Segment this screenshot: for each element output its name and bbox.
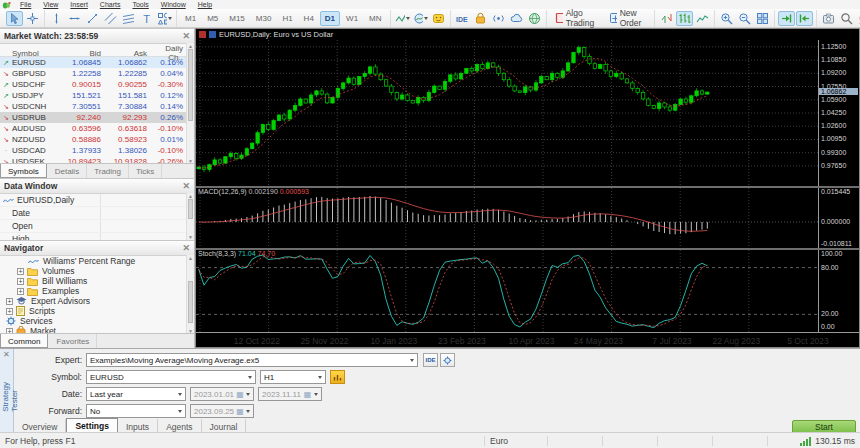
- date-from-field[interactable]: 2023.01.01▦: [190, 387, 254, 401]
- timeframe-m1-button[interactable]: M1: [180, 11, 201, 26]
- tester-tab-overview[interactable]: Overview: [14, 419, 66, 433]
- market-watch-row[interactable]: ↘USDCNH7.305517.308840.14%: [0, 101, 186, 112]
- market-watch-row[interactable]: ↗USDCHF0.900150.90255-0.30%: [0, 79, 186, 90]
- navigator-scrollbar[interactable]: ▲▼: [186, 255, 194, 334]
- algo-trading-button[interactable]: Algo Trading: [550, 11, 604, 26]
- market-watch-row[interactable]: ↘AUDUSD0.635960.63618-0.10%: [0, 123, 186, 134]
- horizontal-line-icon[interactable]: [66, 11, 83, 26]
- zoom-in-icon[interactable]: [718, 11, 735, 26]
- menu-view[interactable]: View: [37, 1, 64, 8]
- timeframe-mn-button[interactable]: MN: [364, 11, 386, 26]
- close-icon[interactable]: ✕: [182, 182, 190, 191]
- stochastic-pane[interactable]: Stoch(8,3,3) 71.04 74.70 100.0080.0020.0…: [196, 250, 859, 332]
- text-tool-icon[interactable]: T: [138, 11, 155, 26]
- expand-icon[interactable]: +: [6, 308, 13, 315]
- tab-symbols[interactable]: Symbols: [0, 164, 47, 178]
- market-watch-row[interactable]: ↗USDJPY151.521151.5810.12%: [0, 90, 186, 101]
- tester-tab-journal[interactable]: Journal: [202, 419, 247, 433]
- equidistant-channel-icon[interactable]: [120, 11, 137, 26]
- expert-select[interactable]: Examples\Moving Average\Moving Average.e…: [86, 353, 418, 367]
- navigator-item-examples[interactable]: +Examples: [0, 286, 194, 296]
- open-chart-button[interactable]: [330, 370, 345, 384]
- menu-file[interactable]: File: [14, 1, 37, 8]
- market-watch-row[interactable]: ↗EURUSD1.068451.068620.16%: [0, 57, 186, 68]
- navigator-item-scripts[interactable]: +Scripts: [0, 306, 194, 316]
- market-watch-row[interactable]: ↘NZDUSD0.588860.589230.01%: [0, 134, 186, 145]
- bar-chart-icon[interactable]: [676, 11, 693, 26]
- menu-insert[interactable]: Insert: [64, 1, 94, 8]
- crosshair-icon[interactable]: [24, 11, 41, 26]
- vps-icon[interactable]: [508, 11, 525, 26]
- menu-charts[interactable]: Charts: [94, 1, 127, 8]
- market-icon[interactable]: [472, 11, 489, 26]
- data-window-scrollbar[interactable]: ▲▼: [186, 193, 194, 240]
- cursor-icon[interactable]: [6, 11, 23, 26]
- tester-tab-inputs[interactable]: Inputs: [118, 419, 158, 433]
- expand-icon[interactable]: +: [6, 298, 13, 305]
- timeframe-w1-button[interactable]: W1: [341, 11, 363, 26]
- shapes-icon[interactable]: [156, 11, 173, 26]
- navigator-item-volumes[interactable]: +Volumes: [0, 266, 194, 276]
- expand-icon[interactable]: +: [17, 268, 24, 275]
- auto-scroll-icon[interactable]: [778, 11, 795, 26]
- tile-windows-icon[interactable]: [754, 11, 771, 26]
- navigator-item-expert-advisors[interactable]: +Expert Advisors: [0, 296, 194, 306]
- market-watch-row[interactable]: ·USDCAD1.379331.38026-0.10%: [0, 145, 186, 156]
- tab-ticks[interactable]: Ticks: [129, 164, 162, 178]
- timeframe-h4-button[interactable]: H4: [299, 11, 319, 26]
- community-icon[interactable]: [526, 11, 543, 26]
- close-icon[interactable]: ✕: [182, 244, 190, 253]
- date-to-field[interactable]: 2023.11.11▦: [258, 387, 322, 401]
- ide-button[interactable]: IDE: [423, 353, 438, 367]
- navigator-item-williams-percent-range[interactable]: Williams' Percent Range: [0, 256, 194, 266]
- col-ask[interactable]: Ask: [104, 49, 150, 58]
- navigator-item-bill-williams[interactable]: +Bill Williams: [0, 276, 194, 286]
- forward-date-field[interactable]: 2023.09.25▦: [190, 404, 254, 418]
- line-chart-icon[interactable]: [694, 11, 711, 26]
- close-icon[interactable]: ✕: [182, 32, 190, 41]
- col-bid[interactable]: Bid: [58, 49, 104, 58]
- indicators-icon[interactable]: [412, 11, 429, 26]
- search-icon[interactable]: [838, 11, 855, 26]
- timeframe-m30-button[interactable]: M30: [251, 11, 277, 26]
- stochastic-axis[interactable]: 100.0080.0020.000.00: [818, 250, 859, 332]
- ide-icon[interactable]: IDE: [454, 11, 471, 26]
- expert-settings-button[interactable]: [440, 353, 455, 367]
- tab-common[interactable]: Common: [0, 334, 48, 348]
- date-preset-select[interactable]: Last year: [86, 387, 186, 401]
- market-watch-scrollbar[interactable]: ▲▼: [186, 43, 194, 164]
- price-axis[interactable]: 1.125001.108501.092001.075501.059001.042…: [818, 40, 859, 186]
- timeframe-d1-button[interactable]: D1: [320, 11, 340, 26]
- menu-window[interactable]: Window: [155, 1, 192, 8]
- vertical-line-icon[interactable]: [48, 11, 65, 26]
- data-window-instrument[interactable]: EURUSD,Daily: [0, 194, 194, 207]
- price-pane[interactable]: 1.125001.108501.092001.075501.059001.042…: [196, 40, 859, 186]
- timeframe-m5-button[interactable]: M5: [202, 11, 223, 26]
- symbol-select[interactable]: EURUSD: [86, 370, 256, 384]
- expand-icon[interactable]: +: [17, 288, 24, 295]
- notifications-icon[interactable]: [856, 11, 860, 26]
- connection-status[interactable]: 130.15 ms: [768, 433, 860, 448]
- zoom-out-icon[interactable]: [736, 11, 753, 26]
- tick-chart-icon[interactable]: [658, 11, 675, 26]
- tab-trading[interactable]: Trading: [87, 164, 129, 178]
- market-watch-row[interactable]: ↘GBPUSD1.222581.222850.04%: [0, 68, 186, 79]
- signals-icon[interactable]: [490, 11, 507, 26]
- col-symbol[interactable]: Symbol: [12, 49, 58, 58]
- macd-axis[interactable]: 0.0154450.000000-0.010811: [818, 188, 859, 248]
- chart-shift-icon[interactable]: [796, 11, 813, 26]
- period-select[interactable]: H1: [260, 370, 326, 384]
- trendline-icon[interactable]: [84, 11, 101, 26]
- menu-tools[interactable]: Tools: [126, 1, 154, 8]
- macd-pane[interactable]: MACD(12,26,9) 0.002190 0.000593 0.015445…: [196, 188, 859, 248]
- objects-icon[interactable]: [430, 11, 447, 26]
- timeframe-m15-button[interactable]: M15: [224, 11, 250, 26]
- close-icon[interactable]: ✕: [3, 350, 10, 359]
- timeframe-h1-button[interactable]: H1: [277, 11, 297, 26]
- navigator-item-services[interactable]: Services: [0, 316, 194, 326]
- menu-help[interactable]: Help: [192, 1, 218, 8]
- chart-type-icon[interactable]: [394, 11, 411, 26]
- tester-tab-settings[interactable]: Settings: [66, 418, 118, 432]
- new-order-button[interactable]: New Order: [604, 11, 651, 26]
- screenshot-icon[interactable]: [820, 11, 837, 26]
